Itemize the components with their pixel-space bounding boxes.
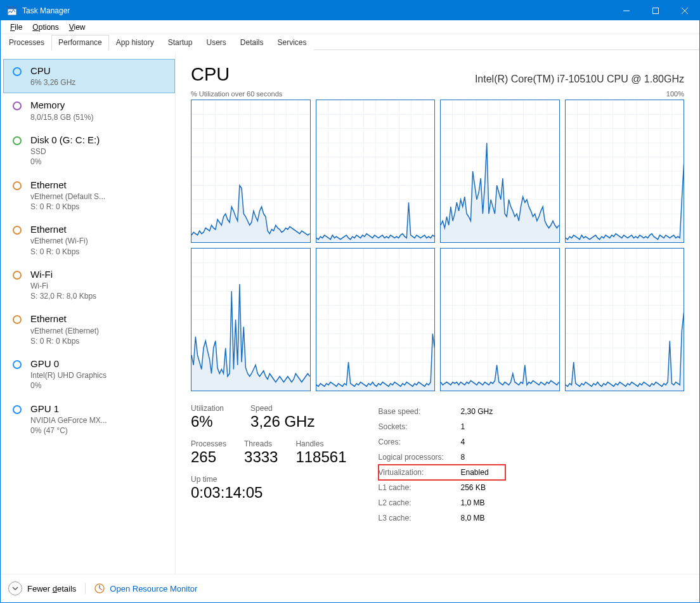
stat-value-processes: 265 xyxy=(191,448,226,466)
sidebar-item-sub: S: 0 R: 0 Kbps xyxy=(30,202,105,212)
minimize-button[interactable] xyxy=(612,1,641,20)
page-title: CPU xyxy=(191,64,230,85)
status-ring-icon xyxy=(13,181,22,190)
status-ring-icon xyxy=(13,67,22,76)
status-ring-icon xyxy=(13,136,22,145)
sidebar-item-sub: 6% 3,26 GHz xyxy=(30,77,75,88)
sidebar-item-title: CPU xyxy=(30,65,75,77)
cpu-chart-4[interactable] xyxy=(191,248,311,391)
sidebar-item-title: Memory xyxy=(30,99,93,112)
app-icon xyxy=(7,6,17,16)
open-resource-monitor-link[interactable]: Open Resource Monitor xyxy=(110,584,197,593)
sidebar-item-sub: 0% xyxy=(30,157,100,167)
status-ring-icon xyxy=(13,315,22,324)
cpu-model: Intel(R) Core(TM) i7-10510U CPU @ 1.80GH… xyxy=(475,74,684,85)
stat-label-speed: Speed xyxy=(250,404,314,413)
cpu-chart-6[interactable] xyxy=(440,248,560,391)
spec-value: 8,0 MB xyxy=(461,514,505,522)
spec-value: Enabled xyxy=(461,468,505,477)
stat-value-threads: 3333 xyxy=(244,448,278,466)
main-panel: CPU Intel(R) Core(TM) i7-10510U CPU @ 1.… xyxy=(176,53,696,574)
sidebar-item-ethernet[interactable]: EthernetvEthernet (Ethernet)S: 0 R: 0 Kb… xyxy=(3,307,175,352)
menu-view[interactable]: View xyxy=(64,22,91,33)
stat-label-handles: Handles xyxy=(295,439,346,448)
sidebar-item-sub: vEthernet (Default S... xyxy=(30,191,105,202)
sidebar-item-sub: Intel(R) UHD Graphics xyxy=(30,370,107,380)
sidebar-item-title: Disk 0 (G: C: E:) xyxy=(30,134,100,146)
cpu-chart-5[interactable] xyxy=(316,248,436,391)
fewer-details-link[interactable]: Fewer details xyxy=(27,584,76,593)
stat-label-utilization: Utilization xyxy=(191,404,224,413)
sidebar-item-ethernet[interactable]: EthernetvEthernet (Default S...S: 0 R: 0… xyxy=(3,173,175,218)
spec-value: 4 xyxy=(461,438,505,446)
spec-key: Cores: xyxy=(379,438,461,446)
sidebar-item-sub: S: 32,0 R: 8,0 Kbps xyxy=(30,291,96,301)
spec-value: 8 xyxy=(461,453,505,462)
separator xyxy=(85,583,86,594)
menu-bar: File Options View xyxy=(1,20,699,34)
sidebar-item-sub: 0% xyxy=(30,380,107,391)
tab-services[interactable]: Services xyxy=(271,35,314,50)
sidebar-item-title: Ethernet xyxy=(30,313,99,325)
cpu-chart-1[interactable] xyxy=(316,100,436,243)
stat-value-utilization: 6% xyxy=(191,413,224,431)
sidebar-item-cpu[interactable]: CPU6% 3,26 GHz xyxy=(3,59,175,93)
sidebar-item-title: Ethernet xyxy=(30,179,105,191)
spec-row: Base speed:2,30 GHz xyxy=(379,404,505,419)
collapse-icon[interactable] xyxy=(8,581,22,595)
spec-row: Virtualization:Enabled xyxy=(379,465,505,480)
window-title: Task Manager xyxy=(22,6,70,15)
spec-row: Logical processors:8 xyxy=(379,450,505,465)
spec-value: 1 xyxy=(461,422,505,431)
sidebar-item-memory[interactable]: Memory8,0/15,8 GB (51%) xyxy=(3,93,175,127)
cpu-chart-2[interactable] xyxy=(440,100,560,243)
stat-label-uptime: Up time xyxy=(191,475,347,484)
sidebar-item-ethernet[interactable]: EthernetvEthernet (Wi-Fi)S: 0 R: 0 Kbps xyxy=(3,217,175,263)
status-ring-icon xyxy=(13,101,22,110)
sidebar-item-sub: Wi-Fi xyxy=(30,281,96,291)
sidebar: CPU6% 3,26 GHzMemory8,0/15,8 GB (51%)Dis… xyxy=(3,53,176,574)
cpu-chart-0[interactable] xyxy=(191,100,311,243)
sidebar-item-title: GPU 0 xyxy=(30,358,107,370)
spec-row: L3 cache:8,0 MB xyxy=(379,510,505,526)
resource-monitor-icon xyxy=(94,583,105,593)
close-button[interactable] xyxy=(670,1,699,20)
spec-row: L1 cache:256 KB xyxy=(379,480,505,495)
svg-rect-3 xyxy=(653,8,659,13)
spec-key: L1 cache: xyxy=(379,483,461,492)
tab-startup[interactable]: Startup xyxy=(161,35,200,50)
stat-value-speed: 3,26 GHz xyxy=(250,413,314,431)
sidebar-item-gpu-0[interactable]: GPU 0Intel(R) UHD Graphics0% xyxy=(3,352,175,397)
sidebar-item-title: Ethernet xyxy=(30,223,88,236)
sidebar-item-title: Wi-Fi xyxy=(30,268,96,281)
cpu-chart-3[interactable] xyxy=(565,100,685,243)
tab-users[interactable]: Users xyxy=(199,35,233,50)
tabs: ProcessesPerformanceApp historyStartupUs… xyxy=(1,34,699,50)
sidebar-item-disk-0-g-c-e[interactable]: Disk 0 (G: C: E:)SSD0% xyxy=(3,128,175,173)
sidebar-item-sub: vEthernet (Wi-Fi) xyxy=(30,236,88,246)
sidebar-item-wi-fi[interactable]: Wi-FiWi-FiS: 32,0 R: 8,0 Kbps xyxy=(3,263,175,308)
maximize-button[interactable] xyxy=(641,1,670,20)
tab-performance[interactable]: Performance xyxy=(51,35,109,50)
tab-processes[interactable]: Processes xyxy=(2,35,51,50)
sidebar-item-sub: 8,0/15,8 GB (51%) xyxy=(30,112,93,122)
spec-key: L2 cache: xyxy=(379,498,461,507)
sidebar-item-title: GPU 1 xyxy=(30,403,107,415)
sidebar-item-gpu-1[interactable]: GPU 1NVIDIA GeForce MX...0% (47 °C) xyxy=(3,397,175,442)
status-ring-icon xyxy=(13,271,22,280)
sidebar-item-sub: 0% (47 °C) xyxy=(30,425,107,436)
menu-options[interactable]: Options xyxy=(27,22,63,33)
tab-app-history[interactable]: App history xyxy=(109,35,161,50)
status-ring-icon xyxy=(13,405,22,414)
tab-details[interactable]: Details xyxy=(233,35,271,50)
stat-value-handles: 118561 xyxy=(295,448,346,466)
sidebar-item-sub: S: 0 R: 0 Kbps xyxy=(30,247,88,257)
title-bar: Task Manager xyxy=(1,1,699,20)
cpu-chart-7[interactable] xyxy=(565,248,685,391)
spec-key: Base speed: xyxy=(379,407,461,416)
spec-table: Base speed:2,30 GHzSockets:1Cores:4Logic… xyxy=(379,404,505,526)
spec-key: Logical processors: xyxy=(379,453,461,462)
menu-file[interactable]: File xyxy=(5,22,27,33)
cpu-charts-grid xyxy=(191,100,684,391)
sidebar-item-sub: S: 0 R: 0 Kbps xyxy=(30,336,99,346)
